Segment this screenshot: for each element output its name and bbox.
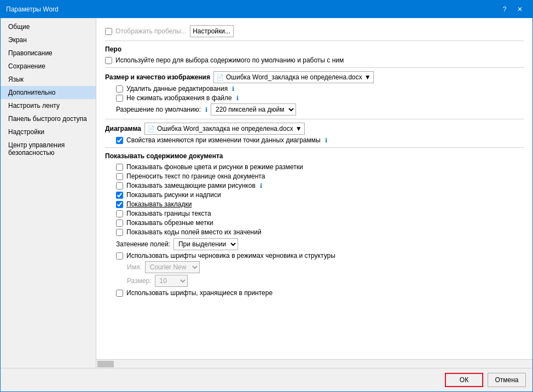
borders-row: Показывать границы текста bbox=[116, 210, 524, 217]
content-scroll[interactable]: Отображать пробелы... Настройки... Перо … bbox=[96, 18, 532, 359]
bookmarks-checkbox[interactable] bbox=[116, 201, 123, 208]
shading-row: Затенение полей: При выделении bbox=[116, 238, 524, 250]
chart-divider bbox=[105, 119, 524, 119]
sidebar-item-language[interactable]: Язык bbox=[1, 73, 96, 86]
pictures-row: Показывать рисунки и надписи bbox=[116, 191, 524, 199]
bg-checkbox[interactable] bbox=[116, 164, 123, 171]
image-divider bbox=[105, 67, 524, 68]
pictures-label[interactable]: Показывать рисунки и надписи bbox=[126, 191, 221, 199]
scroll-h-thumb[interactable] bbox=[97, 361, 114, 367]
font-name-label: Имя: bbox=[127, 263, 142, 271]
show-content-label: Показывать содержимое документа bbox=[105, 152, 524, 160]
font-name-row: Имя: Courier New bbox=[127, 261, 524, 273]
file-icon-image: 📄 bbox=[216, 74, 224, 81]
wrap-checkbox[interactable] bbox=[116, 173, 123, 180]
close-button[interactable]: ✕ bbox=[513, 4, 527, 15]
help-button[interactable]: ? bbox=[497, 4, 512, 15]
no-compress-checkbox[interactable] bbox=[116, 95, 123, 102]
no-compress-label[interactable]: Не сжимать изображения в файле bbox=[126, 94, 232, 102]
cropmarks-row: Показывать обрезные метки bbox=[116, 219, 524, 227]
properties-row: Свойства изменяются при изменении точки … bbox=[116, 136, 524, 144]
delete-data-info-icon: ℹ bbox=[232, 85, 234, 93]
resolution-dropdown[interactable]: 220 пикселей на дюйм bbox=[211, 103, 296, 116]
usepen-row: Используйте перо для выбора содержимого … bbox=[105, 56, 524, 64]
no-compress-row: Не сжимать изображения в файле ℹ bbox=[116, 94, 524, 102]
fieldcodes-label[interactable]: Показывать коды полей вместо их значений bbox=[126, 228, 262, 236]
frames-checkbox[interactable] bbox=[116, 182, 123, 189]
sidebar-item-spelling[interactable]: Правописание bbox=[1, 47, 96, 60]
pen-divider bbox=[105, 41, 524, 41]
ok-button[interactable]: ОК bbox=[445, 373, 483, 387]
image-dropdown-arrow: ▼ bbox=[364, 73, 371, 81]
wrap-label[interactable]: Переносить текст по границе окна докумен… bbox=[126, 172, 265, 180]
chart-file-name: Ошибка Word_закладка не определена.docx bbox=[157, 125, 293, 132]
font-name-dropdown[interactable]: Courier New bbox=[145, 261, 200, 273]
pen-section-label: Перо bbox=[105, 45, 524, 53]
sidebar-item-addins[interactable]: Надстройки bbox=[1, 125, 96, 139]
sidebar: Общие Экран Правописание Сохранение Язык… bbox=[1, 18, 96, 368]
frames-label[interactable]: Показывать замещающие рамки рисунков bbox=[126, 182, 256, 189]
image-file-dropdown[interactable]: 📄 Ошибка Word_закладка не определена.doc… bbox=[213, 71, 374, 83]
dialog-body: Общие Экран Правописание Сохранение Язык… bbox=[1, 18, 532, 368]
printerfonts-label[interactable]: Использовать шрифты, хранящиеся в принте… bbox=[126, 289, 273, 297]
draftfonts-label[interactable]: Использовать шрифты черновика в режимах … bbox=[126, 252, 335, 260]
sidebar-item-trust[interactable]: Центр управления безопасностью bbox=[1, 139, 96, 159]
bg-label[interactable]: Показывать фоновые цвета и рисунки в реж… bbox=[126, 163, 303, 171]
bookmarks-label[interactable]: Показывать закладки bbox=[126, 200, 192, 208]
chart-dropdown-arrow: ▼ bbox=[296, 125, 302, 132]
borders-label[interactable]: Показывать границы текста bbox=[126, 210, 211, 217]
sidebar-item-general[interactable]: Общие bbox=[1, 20, 96, 33]
shading-dropdown[interactable]: При выделении bbox=[173, 238, 238, 250]
properties-label[interactable]: Свойства изменяются при изменении точки … bbox=[126, 136, 321, 144]
usepen-label[interactable]: Используйте перо для выбора содержимого … bbox=[115, 56, 344, 64]
top-checkbox[interactable] bbox=[105, 28, 112, 35]
top-label: Отображать пробелы... bbox=[115, 27, 187, 35]
fieldcodes-checkbox[interactable] bbox=[116, 229, 123, 236]
shading-label: Затенение полей: bbox=[116, 240, 170, 248]
sidebar-item-screen[interactable]: Экран bbox=[1, 33, 96, 47]
main-area: Отображать пробелы... Настройки... Перо … bbox=[96, 18, 532, 368]
fieldcodes-row: Показывать коды полей вместо их значений bbox=[116, 228, 524, 236]
title-controls: ? ✕ bbox=[497, 4, 527, 15]
dialog-title: Параметры Word bbox=[6, 5, 59, 13]
properties-info-icon: ℹ bbox=[325, 137, 327, 144]
bg-row: Показывать фоновые цвета и рисунки в реж… bbox=[116, 163, 524, 171]
delete-data-checkbox[interactable] bbox=[116, 85, 123, 93]
cropmarks-checkbox[interactable] bbox=[116, 220, 123, 227]
properties-checkbox[interactable] bbox=[116, 137, 123, 144]
sidebar-item-ribbon[interactable]: Настроить ленту bbox=[1, 99, 96, 112]
settings-button[interactable]: Настройки... bbox=[190, 25, 234, 37]
frames-row: Показывать замещающие рамки рисунков ℹ bbox=[116, 182, 524, 189]
wrap-row: Переносить текст по границе окна докумен… bbox=[116, 172, 524, 180]
image-section-label: Размер и качество изображения bbox=[105, 73, 210, 81]
draftfonts-checkbox[interactable] bbox=[116, 252, 123, 260]
no-compress-info-icon: ℹ bbox=[236, 95, 239, 102]
resolution-label: Разрешение по умолчанию: bbox=[116, 106, 201, 113]
sidebar-item-qat[interactable]: Панель быстрого доступа bbox=[1, 112, 96, 125]
cropmarks-label[interactable]: Показывать обрезные метки bbox=[126, 219, 213, 227]
font-size-row: Размер: 10 bbox=[127, 275, 524, 287]
font-size-dropdown[interactable]: 10 bbox=[155, 275, 188, 287]
chart-section-label: Диаграмма bbox=[105, 125, 141, 132]
cancel-button[interactable]: Отмена bbox=[488, 373, 526, 387]
show-content-divider bbox=[105, 147, 524, 148]
printerfonts-checkbox[interactable] bbox=[116, 290, 123, 297]
usepen-checkbox[interactable] bbox=[105, 57, 112, 64]
top-row: Отображать пробелы... Настройки... bbox=[105, 25, 524, 37]
bookmarks-row: Показывать закладки bbox=[116, 200, 524, 208]
sidebar-item-save[interactable]: Сохранение bbox=[1, 60, 96, 73]
horizontal-scrollbar[interactable] bbox=[96, 359, 532, 368]
borders-checkbox[interactable] bbox=[116, 210, 123, 217]
printerfonts-row: Использовать шрифты, хранящиеся в принте… bbox=[116, 289, 524, 297]
file-icon-chart: 📄 bbox=[147, 125, 155, 132]
bottom-bar: ОК Отмена bbox=[1, 368, 532, 391]
pictures-checkbox[interactable] bbox=[116, 192, 123, 199]
chart-row: Диаграмма 📄 Ошибка Word_закладка не опре… bbox=[105, 123, 524, 135]
title-bar: Параметры Word ? ✕ bbox=[1, 1, 532, 18]
sidebar-item-advanced[interactable]: Дополнительно bbox=[1, 86, 96, 99]
chart-file-dropdown[interactable]: 📄 Ошибка Word_закладка не определена.doc… bbox=[144, 123, 305, 135]
delete-data-label[interactable]: Удалить данные редактирования bbox=[126, 85, 228, 93]
draftfonts-row: Использовать шрифты черновика в режимах … bbox=[116, 252, 524, 260]
font-size-label: Размер: bbox=[127, 277, 152, 285]
image-file-name: Ошибка Word_закладка не определена.docx bbox=[226, 73, 362, 81]
